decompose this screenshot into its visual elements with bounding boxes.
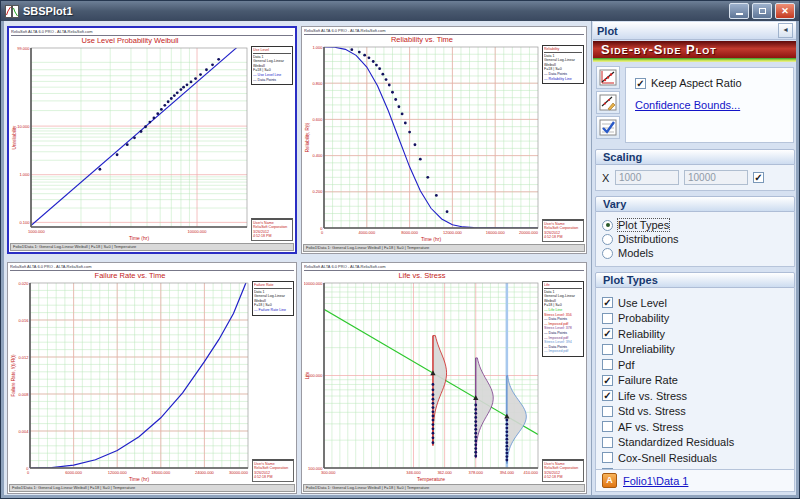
checkbox-icon xyxy=(602,359,613,370)
plot-type-label: Cox-Snell Residuals xyxy=(618,452,717,464)
plot-banner: ReliaSoft ALTA 6.0 PRO - ALTA.ReliaSoft.… xyxy=(10,264,294,271)
checkbox-icon: ✓ xyxy=(602,328,613,339)
folio-icon: A xyxy=(602,473,617,488)
plot-legend: Failure RateData 1General Log-LinearWeib… xyxy=(252,281,294,316)
radio-label: Models xyxy=(618,247,653,259)
plot-setup-button[interactable] xyxy=(596,66,620,89)
close-button[interactable]: ✕ xyxy=(775,3,795,19)
plot-type-label: Life vs. Stress xyxy=(618,390,687,402)
plot-banner: ReliaSoft ALTA 6.0 PRO - ALTA.ReliaSoft.… xyxy=(11,29,293,36)
plot-cell-life-vs-stress[interactable]: ReliaSoft ALTA 6.0 PRO - ALTA.ReliaSoft.… xyxy=(301,262,587,494)
plot-type-reliability[interactable]: ✓Reliability xyxy=(602,328,788,340)
svg-text:0.200: 0.200 xyxy=(312,189,323,194)
svg-text:0.020: 0.020 xyxy=(18,281,29,286)
minimize-button[interactable] xyxy=(729,3,749,19)
scaling-enable-checkbox[interactable]: ✓ xyxy=(753,172,764,183)
keep-aspect-ratio-checkbox[interactable]: ✓ Keep Aspect Ratio xyxy=(635,77,793,89)
svg-text:0.100: 0.100 xyxy=(19,220,30,225)
plot-type-label: Reliability xyxy=(618,328,665,340)
legend-title: Life xyxy=(544,283,582,289)
maximize-button[interactable] xyxy=(752,3,772,19)
panel-header: Plot ◂ xyxy=(593,22,796,40)
plot-type-pdf[interactable]: Pdf xyxy=(602,359,788,371)
keep-aspect-ratio-label: Keep Aspect Ratio xyxy=(651,77,742,89)
rs-draw-button[interactable] xyxy=(596,116,620,139)
svg-text:Unreliability: Unreliability xyxy=(12,125,17,149)
infobox-line: 4:52:18 PM xyxy=(544,235,582,240)
vary-header: Vary xyxy=(595,196,795,212)
legend-line: — Data Points xyxy=(253,78,291,83)
data-source-link[interactable]: Folio1\Data 1 xyxy=(623,475,688,487)
checkbox-icon: ✓ xyxy=(602,297,613,308)
scaling-min-input[interactable] xyxy=(615,170,679,185)
plot-legend: Use LevelData 1General Log-LinearWeibull… xyxy=(251,46,293,85)
svg-text:300.000: 300.000 xyxy=(321,470,336,475)
banner-stripe xyxy=(593,58,796,62)
svg-text:378.000: 378.000 xyxy=(469,470,484,475)
plot-type-life-vs-stress[interactable]: ✓Life vs. Stress xyxy=(602,390,788,402)
legend-title: Reliability xyxy=(544,47,582,53)
vary-radio-plot-types[interactable]: Plot Types xyxy=(602,219,788,231)
svg-text:24000.000: 24000.000 xyxy=(195,470,215,475)
panel-header-label: Plot xyxy=(597,25,778,37)
checkbox-icon: ✓ xyxy=(602,390,613,401)
collapse-panel-button[interactable]: ◂ xyxy=(778,23,793,38)
svg-text:Failure Rate, f(t)/R(t): Failure Rate, f(t)/R(t) xyxy=(11,354,16,397)
legend-title: Use Level xyxy=(253,48,291,54)
plot-title: Reliability vs. Time xyxy=(302,35,542,44)
svg-text:Reliability, R(t): Reliability, R(t) xyxy=(305,122,310,152)
radio-icon xyxy=(602,248,613,259)
plot-edit-button[interactable] xyxy=(596,91,620,114)
svg-text:0.400: 0.400 xyxy=(312,153,323,158)
plot-type-failure-rate[interactable]: ✓Failure Rate xyxy=(602,374,788,386)
svg-text:Temperature: Temperature xyxy=(417,476,445,482)
plot-types-body: ✓Use LevelProbability✓ReliabilityUnrelia… xyxy=(595,288,795,489)
radio-icon xyxy=(602,234,613,245)
vary-radio-distributions[interactable]: Distributions xyxy=(602,233,788,245)
plot-title: Life vs. Stress xyxy=(302,271,542,280)
plot-type-label: Standardized Residuals xyxy=(618,436,734,448)
svg-text:0.012: 0.012 xyxy=(18,355,29,360)
vary-radio-models[interactable]: Models xyxy=(602,247,788,259)
plot-cell-use-level[interactable]: ReliaSoft ALTA 6.0 PRO - ALTA.ReliaSoft.… xyxy=(7,26,297,254)
svg-text:100.000: 100.000 xyxy=(308,466,323,471)
svg-text:20000.000: 20000.000 xyxy=(519,230,539,235)
checkbox-icon xyxy=(602,437,613,448)
series xyxy=(31,47,237,225)
svg-text:10.000: 10.000 xyxy=(17,124,30,129)
plot-title: Failure Rate vs. Time xyxy=(8,271,252,280)
infobox-line: 4:52:18 PM xyxy=(544,475,582,480)
plot-type-cox-snell-residuals[interactable]: Cox-Snell Residuals xyxy=(602,452,788,464)
svg-text:410.000: 410.000 xyxy=(524,470,539,475)
scaling-x-label: X xyxy=(602,172,610,184)
svg-text:1.000: 1.000 xyxy=(19,172,30,177)
scaling-max-input[interactable] xyxy=(684,170,748,185)
title-bar[interactable]: SBSPlot1 ✕ xyxy=(1,1,799,21)
plot-legend: ReliabilityData 1General Log-LinearWeibu… xyxy=(542,45,584,84)
plot-type-unreliability[interactable]: Unreliability xyxy=(602,343,788,355)
series xyxy=(30,280,248,468)
plot-type-standardized-residuals[interactable]: Standardized Residuals xyxy=(602,436,788,448)
plot-cell-reliability[interactable]: ReliaSoft ALTA 6.0 PRO - ALTA.ReliaSoft.… xyxy=(301,26,587,254)
svg-text:Time (hr): Time (hr) xyxy=(129,235,149,241)
legend-title: Failure Rate xyxy=(254,283,292,289)
svg-text:99.000: 99.000 xyxy=(17,46,30,51)
plot-type-probability[interactable]: Probability xyxy=(602,312,788,324)
plot-toolbar xyxy=(596,66,622,141)
plot-type-use-level[interactable]: ✓Use Level xyxy=(602,297,788,309)
plot-cell-failure-rate[interactable]: ReliaSoft ALTA 6.0 PRO - ALTA.ReliaSoft.… xyxy=(7,262,297,494)
checkbox-icon xyxy=(602,313,613,324)
infobox-line: 4:52:18 PM xyxy=(254,475,292,480)
svg-text:0.008: 0.008 xyxy=(18,392,29,397)
plot-type-af-vs-stress[interactable]: AF vs. Stress xyxy=(602,421,788,433)
series xyxy=(324,47,538,228)
plot-type-label: Unreliability xyxy=(618,343,675,355)
checkbox-icon xyxy=(602,344,613,355)
confidence-bounds-link[interactable]: Confidence Bounds... xyxy=(635,99,793,111)
maximize-icon xyxy=(759,8,766,14)
plot-options-group: ✓ Keep Aspect Ratio Confidence Bounds... xyxy=(595,66,795,144)
svg-text:Time (hr): Time (hr) xyxy=(129,476,149,482)
svg-text:10000.000: 10000.000 xyxy=(304,281,323,286)
vary-body: Plot TypesDistributionsModels xyxy=(595,212,795,267)
plot-type-std-vs-stress[interactable]: Std vs. Stress xyxy=(602,405,788,417)
